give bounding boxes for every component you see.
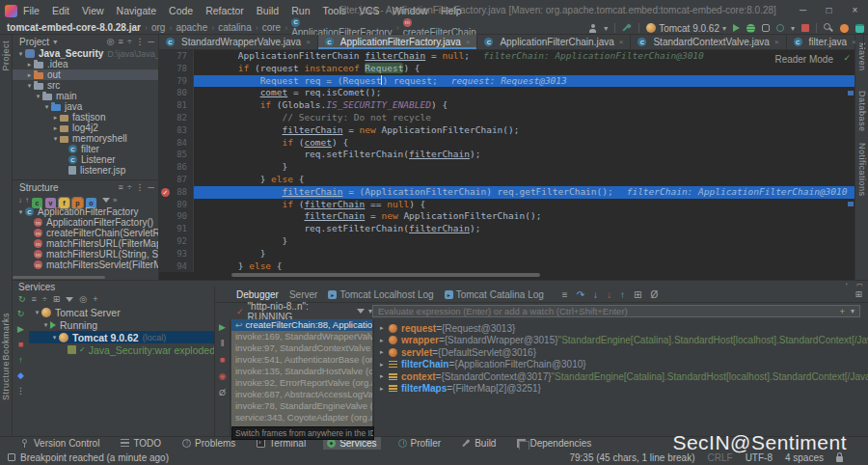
project-tree-row[interactable]: filter xyxy=(13,144,158,154)
structure-tree-row[interactable]: matchFiltersURL(String, String xyxy=(13,249,158,260)
coverage-button[interactable] xyxy=(762,24,770,32)
close-icon[interactable]: × xyxy=(306,38,311,46)
line-number[interactable]: 87 xyxy=(159,174,194,186)
stop-button[interactable] xyxy=(801,24,809,32)
expand-all-icon[interactable]: ≡ xyxy=(118,180,122,194)
project-tree-row[interactable]: ▸log4j2 xyxy=(13,123,158,133)
deploy-icon[interactable]: ↑ xyxy=(18,355,23,365)
line-number[interactable]: 84 xyxy=(159,137,194,150)
editor-tab[interactable]: ApplicationFilterFactory.java× xyxy=(318,35,478,49)
evaluate-expression-icon[interactable]: ⊞ xyxy=(634,289,641,300)
breadcrumb-item[interactable]: apache xyxy=(176,22,207,33)
tool-window-button-todo[interactable]: TODO xyxy=(117,437,165,451)
menu-item-edit[interactable]: Edit xyxy=(52,5,69,16)
project-tree-row[interactable]: ▾memoryshell xyxy=(13,133,158,144)
project-tree-row[interactable]: ▾src xyxy=(13,80,158,91)
services-tree-row[interactable]: ▾Tomcat Server xyxy=(29,306,214,318)
resume-button[interactable]: ▶ xyxy=(219,322,226,332)
code-line[interactable]: 93 } xyxy=(159,248,854,260)
services-tree-row[interactable]: ▾Tomcat 9.0.62(local) xyxy=(29,331,214,343)
code-line[interactable]: 83 filterChain = new ApplicationFilterCh… xyxy=(159,124,854,137)
project-tree-row[interactable]: ▾java xyxy=(13,101,158,112)
minimize-button[interactable]: ─ xyxy=(790,0,816,21)
services-tree-row[interactable]: ▾Running xyxy=(29,318,214,331)
code-line[interactable]: 86 } xyxy=(159,161,854,174)
line-number[interactable]: 93 xyxy=(159,248,194,260)
locate-icon[interactable]: ◎ xyxy=(107,35,115,48)
project-tree-row[interactable]: listener.jsp xyxy=(13,165,158,176)
code-line[interactable]: ✓88 filterChain = (ApplicationFilterChai… xyxy=(159,186,854,199)
code-line[interactable]: 85 req.setFilterChain(filterChain); xyxy=(159,149,854,161)
tool-window-button-version-control[interactable]: Version Control xyxy=(17,437,103,451)
project-tree-row[interactable]: ▾Java_SecurityD:\java\Java_Securi xyxy=(13,48,158,59)
tree-expanded-icon[interactable]: ▾ xyxy=(34,93,42,100)
run-button[interactable] xyxy=(733,24,740,32)
code-line[interactable]: 94 } else { xyxy=(159,260,854,272)
step-into-icon[interactable]: ↓ xyxy=(593,289,598,300)
line-number[interactable]: 89 xyxy=(159,199,194,211)
tree-expanded-icon[interactable]: ▾ xyxy=(25,82,34,90)
code-line[interactable]: 91 req.setFilterChain(filterChain); xyxy=(159,223,854,235)
debugger-tab[interactable]: ▸Tomcat Localhost Log xyxy=(328,289,433,300)
menu-item-refactor[interactable]: Refactor xyxy=(205,5,244,16)
stop-icon[interactable]: ■ xyxy=(18,340,23,349)
variable-row[interactable]: ▸wrapper = {StandardWrapper@3015} "Stand… xyxy=(374,335,868,347)
menu-item-run[interactable]: Run xyxy=(291,5,310,16)
line-number[interactable]: 81 xyxy=(159,99,194,112)
tool-button-project[interactable]: Project xyxy=(1,41,11,71)
code-area[interactable]: 77 ApplicationFilterChain filterChain = … xyxy=(159,50,854,272)
tool-button-notifications[interactable]: Notifications xyxy=(857,143,867,197)
code-line[interactable]: 84 if (comet) { xyxy=(159,137,854,150)
tool-button-bookmarks[interactable]: Bookmarks xyxy=(1,313,11,361)
whats-new-icon[interactable] xyxy=(855,24,864,33)
tool-window-button-profiler[interactable]: Profiler xyxy=(394,437,446,451)
show-execution-point-icon[interactable]: ≡ xyxy=(562,289,568,300)
line-number[interactable]: 82 xyxy=(159,112,194,124)
run-configuration-select[interactable]: Tomcat 9.0.62 ▾ xyxy=(646,23,726,34)
line-number[interactable]: 86 xyxy=(159,161,194,174)
code-line[interactable]: 87 } else { xyxy=(159,174,854,186)
tree-collapsed-icon[interactable]: ▸ xyxy=(25,71,34,79)
user-avatar-icon[interactable] xyxy=(588,24,597,33)
editor-tab[interactable]: filter.java× xyxy=(787,35,864,49)
tree-collapsed-icon[interactable]: ▸ xyxy=(25,61,34,68)
pause-button[interactable]: ‖ xyxy=(221,339,225,348)
tree-collapsed-icon[interactable]: ▸ xyxy=(380,361,389,369)
structure-tree-row[interactable]: matchFiltersURL(FilterMap, St xyxy=(13,238,158,249)
settings-gear-icon[interactable]: ⋮ xyxy=(136,35,145,48)
evaluate-expression-input[interactable]: Evaluate expression (Enter) or add a wat… xyxy=(372,305,860,317)
readonly-lock-icon[interactable] xyxy=(836,456,843,462)
editor-tab[interactable]: ApplicationFilterChain.java× xyxy=(477,35,631,49)
tool-window-button-build[interactable]: Build xyxy=(458,437,500,451)
structure-tree-row[interactable]: matchFiltersServlet(FilterMap, xyxy=(13,260,158,270)
services-tree-row[interactable]: ✓Java_Security:war exploded[Synchronized… xyxy=(29,343,214,356)
collapse-all-icon[interactable]: ÷ xyxy=(127,180,132,194)
menu-item-build[interactable]: Build xyxy=(257,5,279,16)
line-number[interactable]: 85 xyxy=(159,149,194,161)
debugger-tab[interactable]: Debugger xyxy=(236,289,279,300)
restart-server-icon[interactable]: ↻ xyxy=(17,309,25,318)
horizontal-scrollbar[interactable] xyxy=(13,276,105,279)
project-tree-row[interactable]: Listener xyxy=(13,154,158,165)
stop-button[interactable]: ■ xyxy=(220,355,225,365)
line-number[interactable]: 91 xyxy=(159,223,194,235)
code-line[interactable]: 77 ApplicationFilterChain filterChain = … xyxy=(159,50,854,63)
code-line[interactable]: 81 if (Globals.IS_SECURITY_ENABLED) { xyxy=(159,99,854,112)
close-icon[interactable]: × xyxy=(619,38,624,46)
event-log-icon[interactable] xyxy=(8,453,15,461)
breadcrumb-item[interactable]: core xyxy=(262,22,281,33)
menu-item-file[interactable]: File xyxy=(23,5,40,16)
code-line[interactable]: 79 Request req = (Request) request;reque… xyxy=(159,75,854,88)
hide-panel-icon[interactable]: ─ xyxy=(149,180,154,194)
locate-icon[interactable]: ◎ xyxy=(79,294,87,304)
sort-alpha-icon[interactable]: ↓ xyxy=(18,196,22,205)
add-service-icon[interactable]: + xyxy=(93,294,97,304)
breadcrumb-item[interactable]: tomcat-embed-core-8.0.28.jar xyxy=(7,22,141,33)
mute-breakpoints-icon[interactable]: Ø xyxy=(650,289,658,300)
line-number[interactable]: ✓88 xyxy=(159,186,194,199)
restore-layout-icon[interactable]: ⊞ xyxy=(854,289,862,299)
line-number[interactable]: 90 xyxy=(159,210,194,223)
project-tree-row[interactable]: ▸.idea xyxy=(13,59,158,69)
close-icon[interactable]: × xyxy=(852,38,856,46)
code-line[interactable]: 89 if (filterChain == null) { xyxy=(159,199,854,211)
